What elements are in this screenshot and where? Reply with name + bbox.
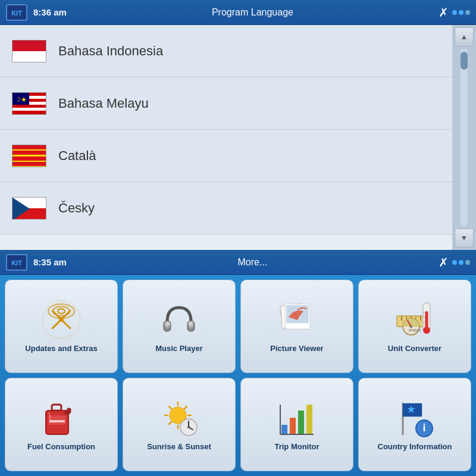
svg-text:☽★: ☽★ xyxy=(15,95,27,102)
bottom-title: More... xyxy=(67,257,439,268)
svg-rect-13 xyxy=(164,321,171,331)
bottom-time: 8:35 am xyxy=(33,257,67,267)
svg-text:i: i xyxy=(422,422,425,434)
app-label-country: Country Information xyxy=(378,442,452,452)
signal-icon: ✗ xyxy=(439,5,449,20)
lang-item-catalan[interactable]: Català xyxy=(0,130,452,182)
lang-item-malaysia[interactable]: ☽★ Bahasa Melayu xyxy=(0,77,452,130)
bottom-logo: KIT xyxy=(6,254,27,271)
bottom-dot-1 xyxy=(452,260,457,265)
app-grid: Updates and Extras xyxy=(0,275,476,476)
app-music[interactable]: Music Player xyxy=(123,280,236,373)
svg-point-12 xyxy=(59,317,64,322)
top-title: Program Language xyxy=(67,7,439,18)
app-label-updates: Updates and Extras xyxy=(25,344,97,354)
lang-item-indonesia[interactable]: Bahasa Indonesia xyxy=(0,25,452,77)
app-label-picture: Picture Viewer xyxy=(270,344,323,354)
bottom-dot-group xyxy=(452,260,470,265)
fuel-icon xyxy=(40,397,82,439)
scroll-thumb xyxy=(461,52,468,70)
lang-item-czech[interactable]: Česky xyxy=(0,182,452,234)
trip-icon xyxy=(276,397,318,439)
lang-name-czech: Česky xyxy=(58,201,95,216)
lang-name-catalan: Català xyxy=(58,148,96,164)
dot-group xyxy=(452,10,470,15)
app-sunrise[interactable]: Sunrise & Sunset xyxy=(123,378,236,471)
svg-rect-14 xyxy=(187,321,195,331)
bottom-titlebar: KIT 8:35 am More... ✗ xyxy=(0,250,476,275)
updates-icon xyxy=(40,299,82,340)
top-panel: KIT 8:36 am Program Language ✗ Bahasa In… xyxy=(0,0,476,250)
flag-indonesia xyxy=(12,40,46,62)
app-label-sunrise: Sunrise & Sunset xyxy=(147,442,211,452)
dot-2 xyxy=(459,10,464,15)
svg-text:SPEEDO: SPEEDO xyxy=(409,328,421,332)
svg-rect-59 xyxy=(298,411,304,434)
app-unit[interactable]: SPEEDO Unit Converter xyxy=(358,280,471,373)
svg-point-56 xyxy=(187,426,190,428)
svg-line-51 xyxy=(184,406,187,409)
country-icon: ★ i xyxy=(394,397,436,439)
dot-3 xyxy=(465,10,470,15)
svg-text:KIT: KIT xyxy=(11,259,22,267)
scroll-track xyxy=(461,49,468,226)
svg-text:KIT: KIT xyxy=(11,10,22,17)
lang-name-malaysia: Bahasa Melayu xyxy=(58,96,149,111)
picture-icon xyxy=(276,299,318,340)
svg-rect-57 xyxy=(281,425,287,434)
svg-line-49 xyxy=(169,406,171,409)
music-icon xyxy=(158,299,200,340)
svg-text:★: ★ xyxy=(406,403,416,415)
lang-list-container: Bahasa Indonesia xyxy=(0,25,476,250)
sunrise-icon xyxy=(158,397,200,439)
dot-1 xyxy=(452,10,457,15)
svg-line-52 xyxy=(169,422,171,424)
app-country[interactable]: ★ i Country Information xyxy=(358,378,471,471)
app-label-fuel: Fuel Consumption xyxy=(27,442,95,452)
svg-point-9 xyxy=(58,309,65,314)
svg-rect-43 xyxy=(49,420,65,422)
top-time: 8:36 am xyxy=(33,7,67,17)
bottom-dot-3 xyxy=(465,260,470,265)
app-fuel[interactable]: Fuel Consumption xyxy=(5,378,118,471)
svg-point-36 xyxy=(410,325,412,328)
scrollbar: ▲ ▼ xyxy=(452,25,476,250)
top-logo: KIT xyxy=(6,4,27,21)
app-trip[interactable]: Trip Monitor xyxy=(240,378,353,471)
svg-rect-39 xyxy=(52,405,61,411)
top-titlebar: KIT 8:36 am Program Language ✗ xyxy=(0,0,476,25)
bottom-panel: KIT 8:35 am More... ✗ xyxy=(0,250,476,476)
lang-list: Bahasa Indonesia xyxy=(0,25,452,250)
top-icons: ✗ xyxy=(439,5,470,20)
bottom-icons: ✗ xyxy=(439,255,470,270)
svg-rect-19 xyxy=(286,323,309,328)
svg-rect-42 xyxy=(67,408,71,413)
lang-name-indonesia: Bahasa Indonesia xyxy=(58,43,163,59)
flag-catalan xyxy=(12,145,46,167)
app-picture[interactable]: Picture Viewer xyxy=(240,280,353,373)
app-updates[interactable]: Updates and Extras xyxy=(5,280,118,373)
svg-rect-60 xyxy=(306,405,312,434)
svg-rect-30 xyxy=(425,311,428,328)
scroll-up-button[interactable]: ▲ xyxy=(455,27,474,46)
svg-rect-58 xyxy=(290,418,296,434)
scroll-down-button[interactable]: ▼ xyxy=(455,228,474,248)
app-label-unit: Unit Converter xyxy=(388,344,441,354)
bottom-dot-2 xyxy=(459,260,464,265)
app-label-music: Music Player xyxy=(155,344,203,354)
flag-malaysia: ☽★ xyxy=(12,92,46,115)
flag-czech xyxy=(12,197,46,220)
unit-icon: SPEEDO xyxy=(394,299,436,340)
app-label-trip: Trip Monitor xyxy=(274,442,319,452)
bottom-signal-icon: ✗ xyxy=(439,255,449,270)
